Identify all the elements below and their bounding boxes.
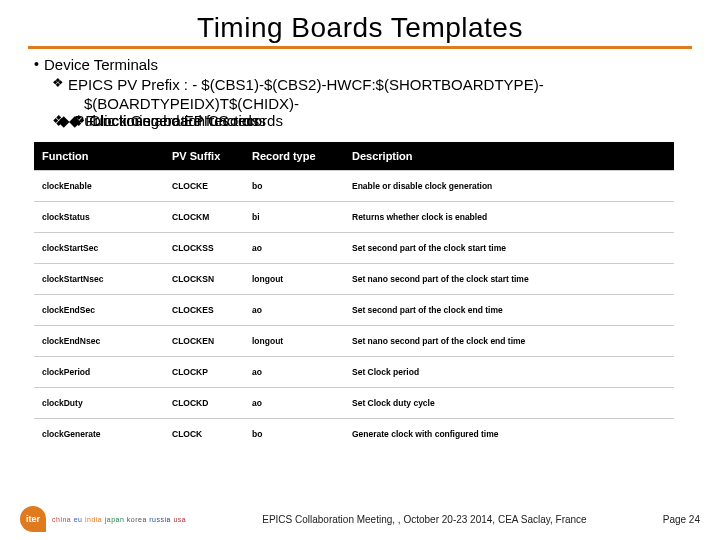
diamond-icon: ❖ bbox=[52, 75, 68, 92]
table-cell: CLOCKM bbox=[164, 201, 244, 232]
iter-logo-icon: iter bbox=[20, 506, 46, 532]
diamond-icon: ❖ bbox=[72, 112, 85, 129]
table-cell: clockStartNsec bbox=[34, 263, 164, 294]
table-cell: bo bbox=[244, 418, 344, 449]
table-cell: CLOCKSN bbox=[164, 263, 244, 294]
table-cell: CLOCKE bbox=[164, 170, 244, 201]
table-row: clockEnableCLOCKEboEnable or disable clo… bbox=[34, 170, 674, 201]
overlap-text-3: Clock Generation records bbox=[89, 112, 259, 129]
th-pvsuffix: PV Suffix bbox=[164, 142, 244, 171]
table-cell: Set Clock duty cycle bbox=[344, 387, 674, 418]
table-row: clockGenerateCLOCKboGenerate clock with … bbox=[34, 418, 674, 449]
table-cell: ao bbox=[244, 356, 344, 387]
table-cell: clockDuty bbox=[34, 387, 164, 418]
country-korea: korea bbox=[127, 516, 147, 523]
table-cell: clockEnable bbox=[34, 170, 164, 201]
title-underline bbox=[28, 46, 692, 49]
table-cell: clockEndNsec bbox=[34, 325, 164, 356]
table-cell: ao bbox=[244, 294, 344, 325]
table-cell: CLOCKD bbox=[164, 387, 244, 418]
table-cell: CLOCKSS bbox=[164, 232, 244, 263]
table-row: clockEndSecCLOCKESaoSet second part of t… bbox=[34, 294, 674, 325]
table-cell: longout bbox=[244, 325, 344, 356]
overlap-line-3: ❖ Clock Generation records bbox=[72, 112, 259, 130]
bullet-l2a-text: EPICS PV Prefix : - $(CBS1)-$(CBS2)-HWCF… bbox=[68, 75, 544, 95]
bullet-l2a: ❖ EPICS PV Prefix : - $(CBS1)-$(CBS2)-HW… bbox=[34, 75, 692, 95]
table-row: clockStatusCLOCKMbiReturns whether clock… bbox=[34, 201, 674, 232]
table-row: clockPeriodCLOCKPaoSet Clock period bbox=[34, 356, 674, 387]
table-cell: Set second part of the clock end time bbox=[344, 294, 674, 325]
logo-block: iter china eu india japan korea russia u… bbox=[20, 506, 186, 532]
content-area: • Device Terminals ❖ EPICS PV Prefix : -… bbox=[28, 55, 692, 449]
table-cell: clockGenerate bbox=[34, 418, 164, 449]
table-head: Function PV Suffix Record type Descripti… bbox=[34, 142, 674, 171]
table-cell: CLOCKP bbox=[164, 356, 244, 387]
table-cell: clockStatus bbox=[34, 201, 164, 232]
table-cell: Returns whether clock is enabled bbox=[344, 201, 674, 232]
table-cell: clockEndSec bbox=[34, 294, 164, 325]
table-cell: CLOCK bbox=[164, 418, 244, 449]
slide-title: Timing Boards Templates bbox=[28, 12, 692, 44]
bullet-icon: • bbox=[34, 55, 44, 73]
table-cell: ao bbox=[244, 387, 344, 418]
table-row: clockStartNsecCLOCKSNlongoutSet nano sec… bbox=[34, 263, 674, 294]
table-cell: Generate clock with configured time bbox=[344, 418, 674, 449]
country-india: india bbox=[85, 516, 102, 523]
table-cell: Set Clock period bbox=[344, 356, 674, 387]
bullet-l1: • Device Terminals bbox=[34, 55, 692, 75]
table-cell: Set nano second part of the clock end ti… bbox=[344, 325, 674, 356]
overlapping-lines: ❖ ◆ Functions and EPICS records ◆ Public… bbox=[34, 112, 692, 132]
country-russia: russia bbox=[149, 516, 171, 523]
table-header-row: Function PV Suffix Record type Descripti… bbox=[34, 142, 674, 171]
th-description: Description bbox=[344, 142, 674, 171]
table-row: clockEndNsecCLOCKENlongoutSet nano secon… bbox=[34, 325, 674, 356]
table-cell: longout bbox=[244, 263, 344, 294]
bullet-l1-text: Device Terminals bbox=[44, 55, 158, 75]
records-table: Function PV Suffix Record type Descripti… bbox=[34, 142, 674, 449]
table-row: clockDutyCLOCKDaoSet Clock duty cycle bbox=[34, 387, 674, 418]
table-cell: Set second part of the clock start time bbox=[344, 232, 674, 263]
footer: iter china eu india japan korea russia u… bbox=[0, 506, 720, 532]
country-china: china bbox=[52, 516, 71, 523]
table-row: clockStartSecCLOCKSSaoSet second part of… bbox=[34, 232, 674, 263]
table-body: clockEnableCLOCKEboEnable or disable clo… bbox=[34, 170, 674, 449]
country-japan: japan bbox=[105, 516, 125, 523]
th-recordtype: Record type bbox=[244, 142, 344, 171]
fdiamond-icon: ◆ bbox=[58, 112, 70, 129]
slide: Timing Boards Templates • Device Termina… bbox=[0, 0, 720, 540]
footer-meeting-text: EPICS Collaboration Meeting, , October 2… bbox=[186, 514, 663, 525]
th-function: Function bbox=[34, 142, 164, 171]
country-usa: usa bbox=[173, 516, 186, 523]
table-cell: CLOCKEN bbox=[164, 325, 244, 356]
table-cell: CLOCKES bbox=[164, 294, 244, 325]
table-cell: ao bbox=[244, 232, 344, 263]
page-number: Page 24 bbox=[663, 514, 700, 525]
table-cell: clockStartSec bbox=[34, 232, 164, 263]
table-cell: clockPeriod bbox=[34, 356, 164, 387]
table-cell: bo bbox=[244, 170, 344, 201]
country-eu: eu bbox=[74, 516, 83, 523]
table-cell: bi bbox=[244, 201, 344, 232]
table-cell: Enable or disable clock generation bbox=[344, 170, 674, 201]
table-cell: Set nano second part of the clock start … bbox=[344, 263, 674, 294]
logo-countries: china eu india japan korea russia usa bbox=[52, 516, 186, 523]
